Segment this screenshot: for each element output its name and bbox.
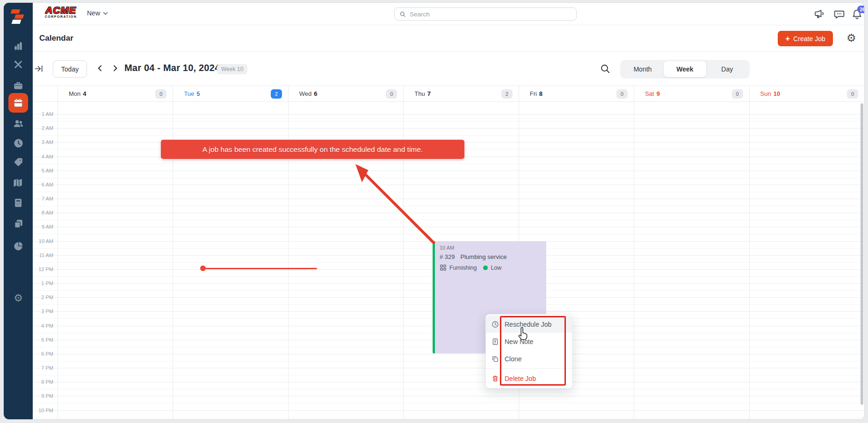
day-header-wed[interactable]: Wed 6 0 <box>288 86 403 101</box>
day-number: 7 <box>427 90 431 97</box>
day-name: Mon <box>69 90 80 97</box>
vertical-scrollbar[interactable] <box>861 103 863 405</box>
expand-sidebar-icon[interactable] <box>34 64 43 75</box>
bar-chart-icon[interactable] <box>4 37 33 56</box>
day-name: Sun <box>760 90 771 97</box>
sidebar: ⚙ <box>4 3 33 419</box>
page-title-row: Calendar + Create Job ⚙ <box>33 25 864 52</box>
tools-icon[interactable] <box>4 55 33 74</box>
hour-label: 6 PM <box>33 351 53 357</box>
day-name: Sat <box>645 90 654 97</box>
company-logo-line2: CORPORATION <box>43 15 79 19</box>
calendar-icon <box>8 93 28 113</box>
day-number: 6 <box>314 90 317 97</box>
search-input[interactable] <box>410 11 571 18</box>
calendar-search-icon[interactable] <box>600 64 610 76</box>
day-number: 4 <box>83 90 86 97</box>
note-icon <box>492 338 499 345</box>
hour-label: 10 AM <box>33 238 53 244</box>
day-column-mon[interactable] <box>58 102 173 420</box>
reschedule-clock-icon <box>492 321 499 328</box>
hour-label: 5 AM <box>33 168 53 173</box>
annotation-highlight-box <box>500 316 566 386</box>
day-header-sat[interactable]: Sat 9 0 <box>634 86 749 101</box>
day-number: 10 <box>774 90 780 97</box>
hour-label: 9 AM <box>33 224 53 229</box>
event-start-time: 10 AM <box>440 245 542 251</box>
day-header-mon[interactable]: Mon 4 0 <box>58 86 173 101</box>
next-week-chevron-icon[interactable] <box>110 64 121 74</box>
day-count-badge: 2 <box>271 89 282 99</box>
briefcase-icon[interactable] <box>4 76 33 95</box>
day-name: Thu <box>414 90 425 97</box>
day-number: 8 <box>539 90 542 97</box>
day-name: Tue <box>184 90 194 97</box>
hour-label: 10 PM <box>33 408 53 413</box>
create-job-button[interactable]: + Create Job <box>778 31 833 46</box>
week-number-badge: Week 10 <box>217 64 247 74</box>
calculator-icon[interactable] <box>4 194 33 212</box>
chat-icon[interactable] <box>833 8 846 21</box>
hour-label: 1 AM <box>33 111 53 117</box>
users-icon[interactable] <box>4 114 33 133</box>
pie-chart-icon[interactable] <box>4 237 33 255</box>
clock-icon[interactable] <box>4 134 33 152</box>
map-icon[interactable] <box>4 173 33 192</box>
day-number: 5 <box>196 90 200 97</box>
app-logo-icon[interactable] <box>10 8 26 25</box>
view-tab-week[interactable]: Week <box>664 61 706 77</box>
day-header-sun[interactable]: Sun 10 0 <box>749 86 864 101</box>
sidebar-item-calendar[interactable] <box>4 93 33 112</box>
priority-dot <box>483 265 488 270</box>
annotation-arrow <box>350 163 441 250</box>
company-logo-line1: ACME <box>43 6 79 15</box>
day-header-thu[interactable]: Thu 7 2 <box>403 86 518 101</box>
copy-pages-icon[interactable] <box>4 214 33 233</box>
new-menu-button[interactable]: New <box>87 9 108 17</box>
hour-label: 3 PM <box>33 308 53 314</box>
calendar-toolbar: Today Mar 04 - Mar 10, 2024 Week 10 Mont… <box>33 52 864 86</box>
hour-label: 4 PM <box>33 323 53 329</box>
company-logo[interactable]: ACME CORPORATION <box>43 6 79 19</box>
settings-gear-icon[interactable]: ⚙ <box>4 289 33 308</box>
success-toast: A job has been created successfully on t… <box>161 140 464 159</box>
hour-label: 3 AM <box>33 139 53 145</box>
hour-label: 4 AM <box>33 154 53 159</box>
day-column-sun[interactable] <box>749 102 864 420</box>
global-search[interactable] <box>394 7 577 21</box>
hour-label: 1 PM <box>33 280 53 286</box>
event-service-name: Plumbing service <box>461 253 507 260</box>
event-job-id: # 329 <box>440 253 455 260</box>
date-range-heading: Mar 04 - Mar 10, 2024 <box>124 63 220 73</box>
view-tab-day[interactable]: Day <box>706 61 748 77</box>
clone-copy-icon <box>492 355 499 363</box>
hour-label: 12 PM <box>33 266 53 272</box>
day-header-row: Mon 4 0 Tue 5 2 Wed 6 0 Thu 7 2 Fri 8 0 … <box>33 86 864 102</box>
day-column-sat[interactable] <box>634 102 749 420</box>
hour-label: 2 AM <box>33 125 53 131</box>
day-count-badge: 2 <box>501 89 513 99</box>
notification-count-badge: 26 <box>857 6 865 13</box>
hour-label: 2 PM <box>33 294 53 300</box>
hour-label: 8 AM <box>33 210 53 215</box>
tag-icon[interactable] <box>4 152 33 171</box>
announcements-icon[interactable] <box>814 8 826 21</box>
search-icon <box>399 11 406 18</box>
hour-label: 6 AM <box>33 182 53 187</box>
day-count-badge: 0 <box>732 89 743 99</box>
create-job-label: Create Job <box>793 35 825 43</box>
hour-label: 9 PM <box>33 393 53 399</box>
event-priority-label: Low <box>491 265 501 271</box>
day-name: Fri <box>530 90 537 97</box>
day-header-fri[interactable]: Fri 8 0 <box>519 86 634 101</box>
plus-icon: + <box>785 35 790 43</box>
today-button[interactable]: Today <box>53 60 87 78</box>
category-grid-icon <box>440 264 447 271</box>
view-tab-month[interactable]: Month <box>622 61 664 77</box>
day-header-tue[interactable]: Tue 5 2 <box>173 86 288 101</box>
hour-label: 7 PM <box>33 365 53 371</box>
calendar-settings-gear-icon[interactable]: ⚙ <box>846 32 856 44</box>
app-window: ⚙ ACME CORPORATION New 26 Cale <box>3 2 865 420</box>
prev-week-chevron-icon[interactable] <box>95 64 106 74</box>
time-gutter-header <box>33 86 58 101</box>
